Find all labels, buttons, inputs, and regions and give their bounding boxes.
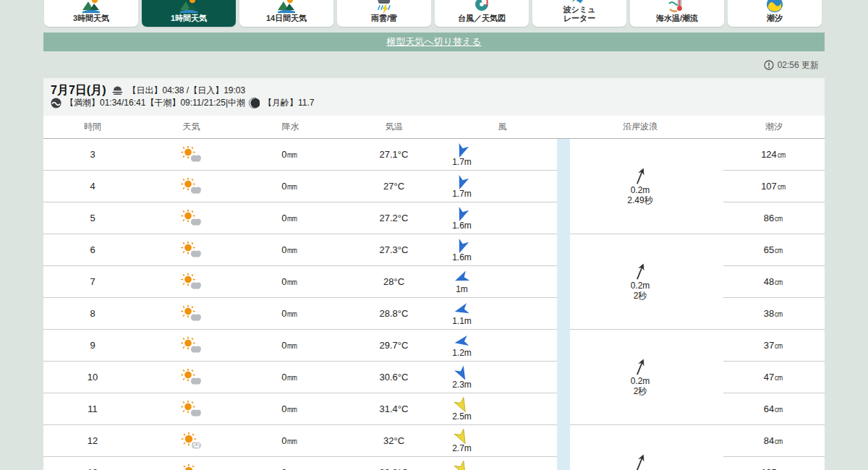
coastal-wave-column: 0.2m 2.49秒 0.2m 2秒 0.2m 2秒 0.2m 2秒: [570, 139, 723, 470]
wave-period-label: 2秒: [634, 291, 647, 302]
precip-value: 0mm: [241, 276, 340, 287]
typhoon-icon: [472, 0, 491, 14]
hour-label: 6: [43, 244, 142, 255]
tab-label: 3時間天気: [73, 14, 109, 23]
temp-value: 28.8°C: [340, 308, 448, 319]
hour-row-7: 7 0mm 28°C 1m: [43, 266, 557, 298]
wind-cell: 1.7m: [448, 142, 557, 167]
precip-value: 0mm: [241, 372, 340, 383]
precip-value: 0mm: [241, 213, 340, 223]
temp-value: 29.7°C: [340, 340, 448, 351]
temp-value: 28°C: [340, 276, 448, 287]
tab-6[interactable]: 波シミュ レーター: [532, 0, 626, 27]
tide-value-10: 47cm: [723, 362, 825, 393]
tab-label: 潮汐: [767, 14, 783, 23]
tab-3[interactable]: 14日間天気: [239, 0, 333, 27]
wave-group-3: 0.2m 2秒: [570, 330, 723, 425]
hour-label: 9: [43, 340, 142, 351]
hour-label: 11: [43, 403, 142, 414]
hour-label: 10: [43, 372, 142, 383]
wave-arrow-icon: [632, 358, 648, 377]
wind-cell: 1.7m: [448, 174, 557, 199]
temp-value: 27°C: [340, 181, 448, 192]
update-time-label: 02:56 更新: [778, 59, 819, 72]
sunrise-icon: [111, 86, 124, 95]
wave-arrow-icon: [632, 167, 648, 186]
hour-row-9: 9 0mm 29.7°C 1.2m: [43, 330, 557, 362]
precip-value: 0mm: [241, 308, 340, 319]
temp-value: 27.1°C: [340, 149, 448, 160]
rain-lightning-icon: [375, 0, 393, 14]
precip-value: 0mm: [241, 244, 340, 255]
wave-arrow-icon: [632, 453, 648, 470]
tab-label: 14日間天気: [266, 14, 307, 23]
hour-label: 4: [43, 181, 142, 192]
tide-value-5: 86cm: [723, 202, 825, 234]
temp-value: 27.3°C: [340, 244, 448, 255]
tab-4[interactable]: 雨雲/雷: [337, 0, 431, 27]
tide-logo-icon: [765, 0, 784, 14]
temp-value: 31.4°C: [340, 403, 448, 414]
wind-arrow-icon: [454, 302, 470, 318]
table-header: 時間天気降水気温風沿岸波浪潮汐: [43, 116, 825, 139]
precip-value: 0mm: [241, 340, 340, 351]
wave-section-divider: [557, 139, 570, 470]
sun-times-label: 【日出】04:38 /【日入】19:03: [127, 85, 245, 97]
wave-height-label: 0.2m: [631, 281, 650, 291]
moon-age-label: 【月齢】11.7: [263, 97, 314, 109]
tab-label: 台風／天気図: [458, 14, 506, 23]
wave-period-label: 2.49秒: [627, 196, 652, 206]
wind-cell: 1.6m: [448, 206, 557, 231]
hour-row-10: 10 0mm 30.6°C 2.3m: [43, 362, 557, 393]
tide-times-label: 【満潮】01:34/16:41【干潮】09:11/21:25|中潮: [65, 97, 245, 109]
partly-cloudy-icon: [180, 209, 203, 227]
partly-cloudy-icon: [180, 304, 203, 322]
wind-arrow-icon: [454, 174, 470, 191]
wave-group-2: 0.2m 2秒: [570, 234, 723, 330]
tab-8[interactable]: 潮汐: [728, 0, 822, 27]
tab-1[interactable]: 3時間天気: [44, 0, 138, 27]
tab-label: 波シミュ レーター: [563, 5, 596, 23]
sea-temp-icon: [668, 0, 686, 14]
wave-height-label: 0.2m: [631, 186, 650, 196]
wave-circle-icon: [51, 98, 61, 108]
partly-cloudy-icon: [180, 368, 203, 386]
hour-row-12: 12 0mm 32°C 2.7m: [43, 425, 557, 457]
wind-cell: 1.1m: [448, 302, 557, 326]
tide-column: 124cm107cm86cm65cm48cm38cm37cm47cm64cm84…: [723, 139, 825, 470]
wind-arrow-icon: [454, 142, 470, 159]
hour-label: 3: [43, 149, 142, 160]
switch-to-horizontal-link[interactable]: 横型天気へ切り替える: [386, 35, 481, 48]
hour-row-8: 8 0mm 28.8°C 1.1m: [43, 298, 557, 330]
temp-value: 32°C: [340, 435, 448, 446]
tide-value-8: 38cm: [723, 298, 825, 330]
tide-value-9: 37cm: [723, 330, 825, 362]
wind-cell: 1.2m: [448, 333, 557, 358]
tab-7[interactable]: 海水温/潮流: [630, 0, 724, 27]
tab-label: 雨雲/雷: [371, 14, 397, 23]
wind-arrow-icon: [454, 365, 470, 382]
hour-label: 5: [43, 213, 142, 223]
temp-value: 27.2°C: [340, 213, 448, 223]
tide-value-4: 107cm: [723, 171, 825, 202]
hour-row-6: 6 0mm 27.3°C 1.6m: [43, 234, 557, 266]
mostly-sunny-icon: [180, 463, 203, 470]
wave-height-label: 0.2m: [631, 377, 650, 387]
tab-2[interactable]: 1時間天気: [142, 0, 236, 27]
tab-label: 1時間天気: [171, 14, 207, 23]
hour-label: 13: [43, 467, 142, 470]
tide-value-11: 64cm: [723, 393, 825, 425]
wave-group-1: 0.2m 2.49秒: [570, 139, 723, 234]
tab-5[interactable]: 台風／天気図: [435, 0, 529, 27]
wind-arrow-icon: [454, 333, 470, 350]
moon-phase-icon: [249, 98, 260, 108]
wind-cell: 2.7m: [448, 429, 557, 453]
hourly-forecast-card: 7月7日(月) 【日出】04:38 /【日入】19:03 【満潮】01:34/1…: [43, 78, 825, 470]
weather-logo-icon: [82, 0, 101, 14]
tab-label: 海水温/潮流: [656, 14, 698, 23]
partly-cloudy-icon: [180, 400, 203, 418]
mostly-sunny-icon: [180, 432, 203, 450]
precip-value: 0mm: [241, 403, 340, 414]
hour-row-13: 13 0mm 32.8°C 2.8m: [43, 457, 557, 470]
hour-row-4: 4 0mm 27°C 1.7m: [43, 171, 557, 202]
